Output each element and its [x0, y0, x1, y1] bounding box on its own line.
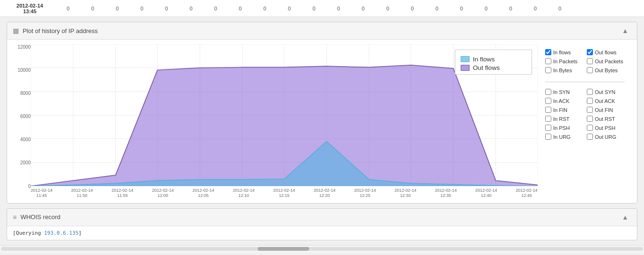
x-axis-label: 2012-02-14 12:15: [273, 188, 295, 198]
out-flows-area: [31, 65, 538, 186]
checkbox-out-flows[interactable]: Out flows: [587, 49, 625, 55]
top-number: 0: [56, 6, 80, 11]
top-number: 0: [474, 6, 498, 11]
top-number: 0: [277, 6, 302, 11]
out-bytes-checkbox[interactable]: [587, 67, 593, 73]
top-date: 2012-02-14 13:45: [4, 3, 56, 14]
x-axis-label: 2012-02-14 11:45: [31, 188, 52, 198]
svg-rect-21: [461, 56, 469, 62]
svg-text:Out flows: Out flows: [473, 65, 500, 71]
out-syn-checkbox[interactable]: [587, 89, 593, 95]
in-packets-checkbox[interactable]: [545, 58, 551, 64]
whois-collapse-button[interactable]: ▲: [619, 212, 631, 222]
out-flows-label: Out flows: [595, 50, 617, 55]
top-number: 0: [498, 6, 523, 11]
x-axis-label: 2012-02-14 12:00: [152, 188, 174, 198]
out-flows-checkbox[interactable]: [587, 49, 593, 55]
x-axis-label: 2012-02-14 12:45: [516, 188, 538, 198]
out-packets-checkbox[interactable]: [587, 58, 593, 64]
chart-panel-header-left: ▩ Plot of history of IP address: [13, 27, 98, 34]
x-axis-label: 2012-02-14 12:35: [435, 188, 457, 198]
in-psh-checkbox[interactable]: [545, 125, 551, 131]
in-syn-checkbox[interactable]: [545, 89, 551, 95]
y-axis-label: 12000: [12, 44, 31, 50]
checkbox-in-fin[interactable]: In FIN: [545, 107, 583, 113]
checkbox-in-ack[interactable]: In ACK: [545, 98, 583, 104]
checkbox-in-packets[interactable]: In Packets: [545, 58, 583, 64]
top-number: 0: [105, 6, 130, 11]
in-flows-label: In flows: [553, 50, 571, 55]
bar-chart-icon: ▩: [13, 27, 19, 34]
checkbox-group-flags: In SYN Out SYN In ACK Out ACK In FIN: [545, 89, 625, 140]
out-urg-checkbox[interactable]: [587, 134, 593, 140]
chart-svg: In flows Out flows: [31, 44, 538, 186]
checkbox-out-ack[interactable]: Out ACK: [587, 98, 625, 104]
top-number: 0: [400, 6, 425, 11]
checkbox-out-bytes[interactable]: Out Bytes: [587, 67, 625, 73]
in-bytes-label: In Bytes: [553, 68, 572, 73]
top-number: 0: [80, 6, 105, 11]
checkbox-in-psh[interactable]: In PSH: [545, 125, 583, 131]
in-ack-checkbox[interactable]: [545, 98, 551, 104]
top-number: 0: [351, 6, 375, 11]
out-rst-checkbox[interactable]: [587, 116, 593, 122]
in-rst-checkbox[interactable]: [545, 116, 551, 122]
whois-panel-title: WHOIS record: [20, 213, 61, 221]
checkbox-out-packets[interactable]: Out Packets: [587, 58, 625, 64]
checkbox-in-flows[interactable]: In flows: [545, 49, 583, 55]
out-packets-label: Out Packets: [595, 59, 623, 64]
top-number: 0: [326, 6, 351, 11]
checkbox-out-urg[interactable]: Out URG: [587, 134, 625, 140]
y-axis-label: 8000: [12, 91, 31, 96]
chart-area: 120001000080006000400020000: [12, 44, 538, 198]
in-psh-label: In PSH: [553, 125, 570, 131]
in-rst-label: In RST: [553, 116, 569, 122]
out-ack-label: Out ACK: [595, 98, 615, 104]
checkbox-out-rst[interactable]: Out RST: [587, 116, 625, 122]
chart-panel-header: ▩ Plot of history of IP address ▲: [7, 22, 637, 40]
x-axis-label: 2012-02-14 12:05: [192, 188, 214, 198]
whois-panel: ≡ WHOIS record ▲ [Querying 193.0.6.135]: [7, 208, 637, 240]
whois-panel-header: ≡ WHOIS record ▲: [7, 209, 637, 226]
x-axis-label: 2012-02-14 12:30: [394, 188, 416, 198]
in-ack-label: In ACK: [553, 98, 569, 104]
top-number: 0: [523, 6, 548, 11]
top-number: 0: [154, 6, 179, 11]
time-text: 13:45: [23, 8, 36, 14]
in-urg-checkbox[interactable]: [545, 134, 551, 140]
whois-ip-link[interactable]: 193.0.6.135: [44, 230, 78, 236]
out-psh-checkbox[interactable]: [587, 125, 593, 131]
chart-collapse-button[interactable]: ▲: [619, 26, 631, 35]
chart-panel: ▩ Plot of history of IP address ▲ 120001…: [7, 22, 637, 204]
chart-container: 120001000080006000400020000: [7, 40, 637, 203]
date-text: 2012-02-14: [17, 3, 43, 8]
svg-text:In flows: In flows: [473, 56, 495, 62]
out-fin-checkbox[interactable]: [587, 107, 593, 113]
whois-text: [Querying 193.0.6.135]: [13, 230, 82, 236]
scrollbar-thumb[interactable]: [258, 247, 309, 251]
out-psh-label: Out PSH: [595, 125, 615, 131]
checkbox-in-bytes[interactable]: In Bytes: [545, 67, 583, 73]
out-urg-label: Out URG: [595, 134, 616, 140]
checkbox-in-rst[interactable]: In RST: [545, 116, 583, 122]
in-flows-checkbox[interactable]: [545, 49, 551, 55]
in-bytes-checkbox[interactable]: [545, 67, 551, 73]
checkbox-out-syn[interactable]: Out SYN: [587, 89, 625, 95]
checkbox-in-urg[interactable]: In URG: [545, 134, 583, 140]
top-number: 0: [375, 6, 400, 11]
scrollbar-track[interactable]: [1, 247, 643, 251]
checkbox-in-syn[interactable]: In SYN: [545, 89, 583, 95]
in-urg-label: In URG: [553, 134, 571, 140]
chart-wrapper: 120001000080006000400020000: [12, 44, 538, 198]
top-number: 0: [302, 6, 326, 11]
y-axis-label: 6000: [12, 114, 31, 119]
top-number: 0: [228, 6, 252, 11]
checkbox-out-psh[interactable]: Out PSH: [587, 125, 625, 131]
legend-divider: [545, 82, 625, 82]
checkbox-out-fin[interactable]: Out FIN: [587, 107, 625, 113]
svg-rect-23: [461, 65, 469, 71]
list-icon: ≡: [13, 213, 17, 221]
out-ack-checkbox[interactable]: [587, 98, 593, 104]
scrollbar-area[interactable]: [0, 245, 644, 253]
in-fin-checkbox[interactable]: [545, 107, 551, 113]
